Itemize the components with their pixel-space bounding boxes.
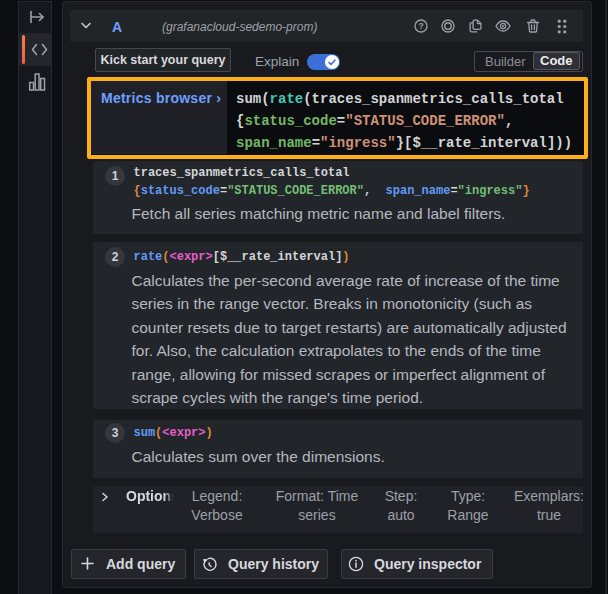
svg-text:?: ? <box>418 21 423 31</box>
